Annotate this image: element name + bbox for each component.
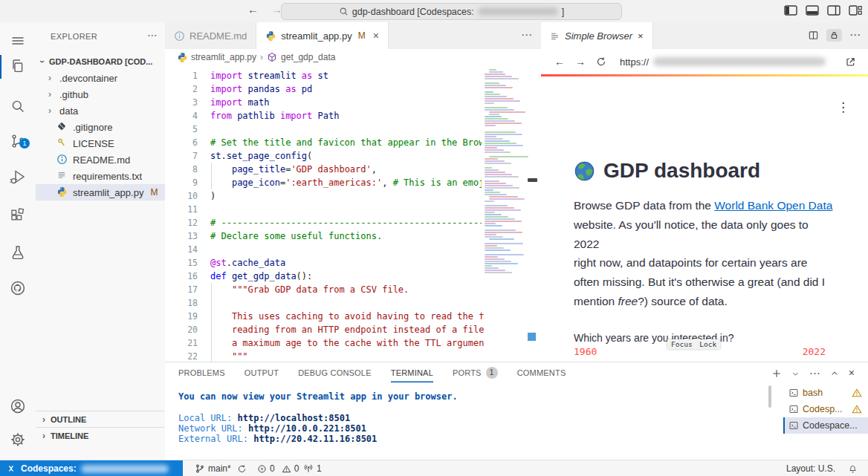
code-line-15[interactable]: 15@st.cache_data	[165, 256, 485, 270]
code-editor[interactable]: 1import streamlit as st2import pandas as…	[165, 65, 541, 362]
close-icon[interactable]: ×	[638, 30, 644, 42]
terminal-dropdown-icon[interactable]	[791, 370, 800, 378]
simple-browser-tab[interactable]: Simple Browser ×	[541, 22, 653, 49]
code-line-4[interactable]: 4from pathlib import Path	[165, 109, 485, 123]
browser-forward-icon[interactable]: →	[575, 56, 586, 68]
code-line-18[interactable]: 18	[165, 296, 485, 310]
panel-tab-problems[interactable]: PROBLEMS	[178, 362, 225, 382]
explorer-item-.gitignore[interactable]: .gitignore	[36, 119, 165, 135]
code-line-11[interactable]: 11	[165, 203, 485, 216]
maximize-panel-icon[interactable]	[830, 369, 839, 378]
problems-status[interactable]: 0 0	[257, 460, 299, 476]
code-line-14[interactable]: 14	[165, 243, 485, 256]
customize-layout-icon[interactable]	[849, 5, 862, 16]
open-external-icon[interactable]	[845, 56, 856, 68]
terminal-scrollbar[interactable]	[768, 385, 771, 408]
terminal-url[interactable]: http://localhost:8501	[237, 413, 350, 423]
explorer-item-streamlit_app.py[interactable]: streamlit_app.pyM	[36, 184, 165, 200]
close-panel-icon[interactable]: ×	[849, 367, 855, 379]
history-back-icon[interactable]: ←	[247, 3, 259, 16]
bell-icon	[848, 464, 858, 474]
code-line-7[interactable]: 7st.set_page_config(	[165, 149, 485, 163]
sash-handle[interactable]	[528, 178, 537, 182]
world-bank-link[interactable]: World Bank Open Data	[714, 199, 832, 212]
panel-tab-terminal[interactable]: TERMINAL	[391, 362, 433, 382]
command-center-search[interactable]: gdp-dashboard [Codespaces: ]	[281, 3, 622, 20]
terminal-url[interactable]: http://20.42.11.16:8501	[253, 434, 377, 444]
tab-README.md[interactable]: README.md	[165, 22, 256, 49]
ports-status[interactable]: 1	[303, 460, 322, 476]
breadcrumb-file[interactable]: streamlit_app.py	[191, 52, 256, 62]
layout-status[interactable]: Layout: U.S.	[786, 460, 835, 476]
code-line-6[interactable]: 6# Set the title and favicon that appear…	[165, 136, 485, 149]
browser-reload-icon[interactable]	[596, 56, 606, 67]
explorer-icon[interactable]	[9, 57, 27, 75]
search-view-icon[interactable]	[9, 97, 27, 115]
streamlit-menu-kebab-icon[interactable]: ⋮	[837, 100, 849, 115]
outline-section[interactable]: › OUTLINE	[36, 411, 166, 427]
extensions-icon[interactable]	[9, 206, 27, 224]
account-icon[interactable]	[9, 397, 27, 415]
breadcrumb[interactable]: streamlit_app.py › get_gdp_data	[165, 49, 541, 65]
code-line-20[interactable]: 20 reading from an HTTP endpoint instead…	[165, 323, 485, 336]
testing-flask-icon[interactable]	[9, 244, 27, 261]
lock-icon[interactable]	[826, 29, 842, 42]
code-line-1[interactable]: 1import streamlit as st	[165, 69, 485, 82]
minimap[interactable]	[482, 67, 529, 314]
code-line-12[interactable]: 12# ------------------------------------…	[165, 216, 485, 229]
terminal-url[interactable]: http://10.0.0.221:8501	[248, 423, 366, 434]
code-line-10[interactable]: 10)	[165, 189, 485, 203]
toggle-primary-sidebar-icon[interactable]	[784, 5, 797, 16]
menu-icon[interactable]	[9, 32, 27, 50]
branch-status[interactable]: main*	[195, 460, 247, 476]
run-debug-icon[interactable]	[9, 168, 27, 186]
panel-tab-comments[interactable]: COMMENTS	[517, 362, 566, 382]
code-line-21[interactable]: 21 a maximum age to the cache with the T…	[165, 336, 485, 350]
terminal-session-Codespace[interactable]: Codespace...	[783, 417, 868, 434]
panel-tab-output[interactable]: OUTPUT	[244, 362, 279, 382]
sync-icon[interactable]	[237, 464, 247, 474]
line-content: # Declare some useful functions.	[210, 229, 382, 243]
split-editor-icon[interactable]	[808, 30, 819, 41]
code-line-2[interactable]: 2import pandas as pd	[165, 82, 485, 96]
explorer-item-README.md[interactable]: README.md	[36, 151, 165, 168]
code-line-9[interactable]: 9 page_icon=':earth_americas:', # This i…	[165, 176, 485, 189]
explorer-item-data[interactable]: ›data	[36, 102, 165, 119]
code-line-3[interactable]: 3import math	[165, 96, 485, 109]
panel-more-actions-icon[interactable]: ⋯	[809, 367, 820, 380]
code-line-17[interactable]: 17 """Grab GDP data from a CSV file.	[165, 283, 485, 296]
close-icon[interactable]: ×	[373, 30, 379, 42]
toggle-panel-icon[interactable]	[806, 5, 819, 16]
code-line-8[interactable]: 8 page_title='GDP dashboard',	[165, 163, 485, 176]
explorer-item-requirements.txt[interactable]: requirements.txt	[36, 168, 165, 184]
github-icon[interactable]	[9, 279, 27, 297]
code-line-5[interactable]: 5	[165, 123, 485, 136]
explorer-root-folder[interactable]: › GDP-DASHBOARD [COD...	[39, 53, 162, 70]
panel-tab-debug-console[interactable]: DEBUG CONSOLE	[298, 362, 372, 382]
line-content: from pathlib import Path	[210, 109, 339, 123]
code-line-19[interactable]: 19 This uses caching to avoid having to …	[165, 310, 485, 323]
terminal-session-bash[interactable]: bash	[783, 385, 868, 401]
explorer-item-.github[interactable]: ›.github	[36, 86, 165, 102]
code-line-13[interactable]: 13# Declare some useful functions.	[165, 229, 485, 243]
explorer-item-LICENSE[interactable]: LICENSE	[36, 135, 165, 151]
new-terminal-icon[interactable]	[771, 368, 782, 379]
timeline-section[interactable]: › TIMELINE	[36, 427, 166, 443]
code-line-16[interactable]: 16def get_gdp_data():	[165, 270, 485, 283]
browser-back-icon[interactable]: ←	[554, 56, 565, 68]
url-scheme[interactable]: https://	[620, 56, 649, 68]
editor-more-actions-icon[interactable]: ⋯	[521, 28, 532, 42]
breadcrumb-symbol[interactable]: get_gdp_data	[281, 52, 335, 62]
notifications-bell[interactable]	[848, 460, 858, 476]
explorer-item-.devcontainer[interactable]: ›.devcontainer	[36, 70, 165, 86]
toggle-secondary-sidebar-icon[interactable]	[827, 5, 841, 16]
explorer-more-actions-icon[interactable]: ⋯	[147, 29, 158, 41]
settings-gear-icon[interactable]	[9, 431, 27, 449]
terminal-body[interactable]: You can now view your Streamlit app in y…	[178, 382, 458, 444]
tab-streamlit_app.py[interactable]: streamlit_app.pyM×	[256, 22, 389, 49]
remote-indicator[interactable]: Codespaces:	[0, 460, 183, 476]
terminal-session-Codesp[interactable]: Codesp...	[783, 401, 868, 417]
code-line-22[interactable]: 22 """	[165, 350, 485, 362]
browser-more-actions-icon[interactable]: ⋯	[849, 28, 861, 42]
panel-tab-ports[interactable]: PORTS1	[453, 362, 498, 382]
